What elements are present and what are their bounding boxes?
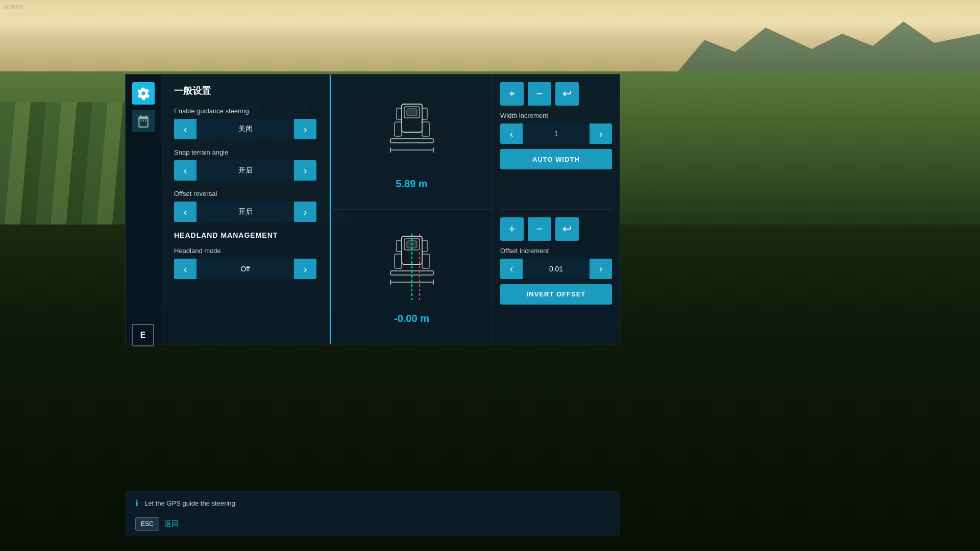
width-reset-button[interactable]: ↩: [555, 82, 579, 106]
offset-reversal-next[interactable]: ›: [294, 202, 316, 222]
offset-icon-row: + − ↩: [500, 217, 612, 241]
svg-rect-3: [397, 108, 402, 119]
visual-controls-area: 5.89 m: [331, 74, 620, 344]
svg-rect-15: [422, 240, 427, 252]
offset-increment-next[interactable]: ›: [590, 259, 612, 279]
esc-button[interactable]: ESC: [135, 517, 159, 531]
guidance-steering-control: ‹ 关闭 ›: [174, 119, 316, 139]
footer-bar: ESC 返回: [125, 512, 620, 536]
offset-increment-control: ‹ 0.01 ›: [500, 259, 612, 279]
offset-diagram: -0.00 m: [371, 229, 453, 324]
svg-rect-14: [397, 240, 402, 252]
tractor-width-svg: [371, 94, 453, 176]
offset-reversal-control: ‹ 开启 ›: [174, 202, 316, 222]
snap-terrain-label: Snap terrain angle: [174, 148, 316, 156]
offset-reversal-label: Offset reversal: [174, 190, 316, 197]
svg-rect-5: [395, 122, 402, 136]
headland-mode-prev[interactable]: ‹: [174, 259, 197, 279]
headland-mode-value: Off: [197, 259, 294, 279]
snap-terrain-control: ‹ 开启 ›: [174, 160, 316, 181]
info-text: Let the GPS guide the steering: [144, 499, 235, 507]
svg-rect-7: [390, 139, 433, 143]
width-visual: 5.89 m: [331, 74, 492, 210]
headland-title: HEADLAND MANAGEMENT: [174, 231, 316, 239]
offset-reset-button[interactable]: ↩: [555, 217, 579, 241]
offset-reversal-group: Offset reversal ‹ 开启 ›: [174, 190, 316, 222]
offset-increment-label: Offset increment: [500, 247, 612, 255]
width-controls: + − ↩ Width increment ‹ 1 › AUTO WIDTH: [500, 82, 612, 210]
offset-display-value: -0.00 m: [394, 313, 429, 324]
invert-offset-button[interactable]: INVERT OFFSET: [500, 284, 612, 305]
e-key-button[interactable]: E: [132, 324, 154, 346]
width-increment-prev[interactable]: ‹: [500, 123, 523, 144]
fps-counter: 00 FPS: [4, 4, 23, 10]
svg-rect-16: [395, 254, 402, 268]
offset-reversal-prev[interactable]: ‹: [174, 202, 197, 222]
controls-panel: + − ↩ Width increment ‹ 1 › AUTO WIDTH +…: [492, 74, 620, 344]
sidebar-item-advanced[interactable]: [132, 110, 155, 132]
guidance-steering-value: 关闭: [197, 119, 294, 139]
offset-increment-prev[interactable]: ‹: [500, 259, 523, 279]
snap-terrain-next[interactable]: ›: [294, 160, 316, 181]
info-bar: ℹ Let the GPS guide the steering: [125, 491, 620, 515]
offset-reversal-value: 开启: [197, 202, 294, 222]
auto-width-button[interactable]: AUTO WIDTH: [500, 149, 612, 169]
width-increment-control: ‹ 1 ›: [500, 123, 612, 144]
offset-increment-value: 0.01: [523, 259, 590, 279]
sidebar-item-settings[interactable]: [132, 82, 155, 105]
visual-area: 5.89 m: [331, 74, 492, 344]
width-increment-next[interactable]: ›: [590, 123, 612, 144]
svg-rect-6: [422, 122, 429, 136]
offset-visual: -0.00 m: [331, 210, 492, 344]
guidance-steering-label: Enable guidance steering: [174, 107, 316, 115]
dialog-sidebar: [126, 74, 161, 344]
headland-mode-next[interactable]: ›: [294, 259, 316, 279]
offset-controls: + − ↩ Offset increment ‹ 0.01 › INVERT O…: [500, 217, 612, 337]
headland-mode-group: Headland mode ‹ Off ›: [174, 247, 316, 279]
width-increment-label: Width increment: [500, 112, 612, 119]
offset-plus-button[interactable]: +: [500, 217, 524, 241]
main-dialog: 一般设置 Enable guidance steering ‹ 关闭 › Sna…: [125, 74, 620, 344]
tractor-offset-svg: [371, 229, 453, 310]
snap-terrain-group: Snap terrain angle ‹ 开启 ›: [174, 148, 316, 181]
offset-minus-button[interactable]: −: [528, 217, 551, 241]
width-minus-button[interactable]: −: [528, 82, 551, 106]
settings-panel: 一般设置 Enable guidance steering ‹ 关闭 › Sna…: [161, 74, 330, 344]
width-plus-button[interactable]: +: [500, 82, 524, 106]
snap-terrain-prev[interactable]: ‹: [174, 160, 197, 181]
svg-rect-17: [422, 254, 429, 268]
width-icon-row: + − ↩: [500, 82, 612, 106]
section-title: 一般设置: [174, 85, 316, 97]
headland-mode-label: Headland mode: [174, 247, 316, 255]
width-diagram: 5.89 m: [371, 94, 453, 190]
back-label: 返回: [164, 519, 179, 529]
guidance-steering-group: Enable guidance steering ‹ 关闭 ›: [174, 107, 316, 139]
info-icon: ℹ: [135, 498, 138, 508]
headland-mode-control: ‹ Off ›: [174, 259, 316, 279]
guidance-steering-prev[interactable]: ‹: [174, 119, 197, 139]
guidance-steering-next[interactable]: ›: [294, 119, 316, 139]
snap-terrain-value: 开启: [197, 160, 294, 181]
width-increment-value: 1: [523, 123, 590, 144]
svg-rect-4: [422, 108, 427, 119]
svg-rect-2: [407, 109, 417, 116]
width-display-value: 5.89 m: [396, 178, 427, 190]
